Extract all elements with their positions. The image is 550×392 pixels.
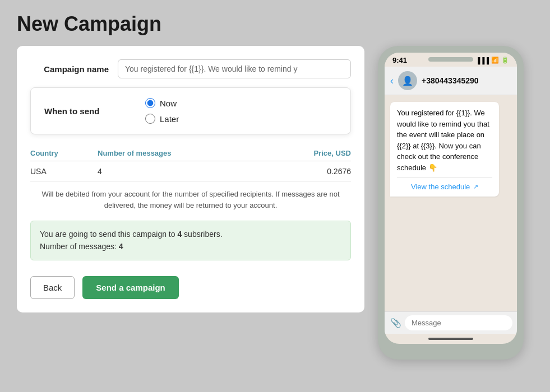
view-schedule-button[interactable]: View the schedule ↗: [397, 178, 492, 191]
radio-now-label: Now: [160, 99, 177, 108]
message-input[interactable]: [405, 315, 512, 330]
campaign-name-row: Campaign name: [30, 59, 351, 78]
wifi-icon: 📶: [491, 57, 499, 64]
info-line2: Number of messages: 4: [40, 240, 341, 253]
radio-later-label: Later: [160, 114, 179, 124]
battery-icon: 🔋: [501, 57, 509, 64]
attachment-icon[interactable]: 📎: [390, 318, 401, 328]
status-time: 9:41: [392, 56, 407, 64]
cell-messages: 4: [98, 167, 327, 176]
chat-bubble: You registered for {{1}}. We would like …: [390, 102, 499, 197]
table-header: Country Number of messages Price, USD: [30, 146, 351, 161]
campaign-form-panel: Campaign name When to send Now Later: [17, 46, 364, 312]
info-msg-prefix: Number of messages:: [40, 242, 119, 251]
back-arrow-icon[interactable]: ‹: [390, 75, 394, 87]
page-title: New Campaign: [0, 0, 550, 46]
message-text: You registered for {{1}}. We would like …: [397, 108, 492, 173]
col-price: Price, USD: [314, 149, 351, 157]
when-to-send-label: When to send: [44, 106, 123, 116]
campaign-name-input[interactable]: [118, 59, 351, 78]
info-line1: You are going to send this campaign to 4…: [40, 228, 341, 240]
cell-price: 0.2676: [327, 167, 351, 176]
phone-mockup: 9:41 ▐▐▐ 📶 🔋 ‹ 👤 +380443345290 You regis…: [378, 46, 524, 360]
col-country: Country: [30, 149, 98, 157]
button-row: Back Send a campaign: [30, 276, 351, 299]
radio-now-input[interactable]: [145, 98, 155, 108]
cell-country: USA: [30, 167, 98, 176]
radio-options: Now Later: [145, 98, 179, 124]
table-row: USA 4 0.2676: [30, 161, 351, 182]
radio-later-input[interactable]: [145, 114, 155, 124]
info-prefix: You are going to send this campaign to: [40, 230, 177, 239]
send-campaign-button[interactable]: Send a campaign: [82, 276, 178, 299]
status-icons: ▐▐▐ 📶 🔋: [476, 57, 509, 64]
phone-header: ‹ 👤 +380443345290: [385, 67, 517, 95]
view-schedule-label: View the schedule: [411, 183, 470, 191]
info-msg-count: 4: [119, 242, 123, 251]
info-box: You are going to send this campaign to 4…: [30, 221, 351, 260]
chat-area: You registered for {{1}}. We would like …: [385, 95, 517, 311]
when-to-send-box: When to send Now Later: [30, 87, 351, 134]
back-button[interactable]: Back: [30, 276, 75, 299]
avatar: 👤: [398, 71, 417, 90]
external-link-icon: ↗: [473, 183, 478, 190]
phone-notch: [428, 57, 473, 62]
when-to-send-row: When to send Now Later: [44, 98, 337, 124]
home-indicator: [385, 334, 517, 344]
radio-now[interactable]: Now: [145, 98, 179, 108]
phone-screen: 9:41 ▐▐▐ 📶 🔋 ‹ 👤 +380443345290 You regis…: [385, 53, 517, 344]
radio-later[interactable]: Later: [145, 114, 179, 124]
phone-input-bar: 📎 🗒 ⏱ 🎤: [385, 311, 517, 334]
info-suffix: subsribers.: [182, 230, 222, 239]
debit-note: Will be debited from your account for th…: [30, 189, 351, 211]
contact-name: +380443345290: [422, 76, 479, 85]
pricing-table: Country Number of messages Price, USD US…: [30, 146, 351, 211]
campaign-name-label: Campaign name: [30, 64, 109, 74]
emoji-icon[interactable]: 🗒: [516, 318, 517, 328]
signal-icon: ▐▐▐: [476, 57, 489, 64]
col-messages: Number of messages: [98, 149, 314, 157]
home-bar: [428, 338, 473, 340]
